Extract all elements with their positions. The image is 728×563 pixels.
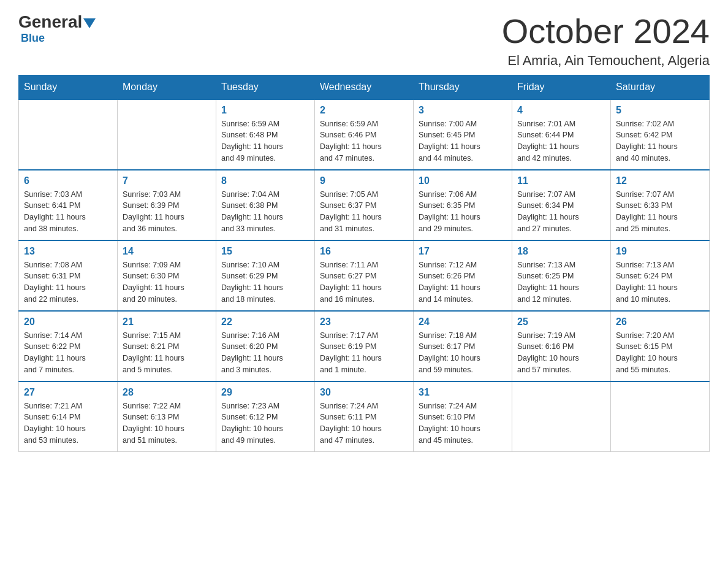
calendar-day-23: 23Sunrise: 7:17 AMSunset: 6:19 PMDayligh… <box>315 311 414 381</box>
day-number: 24 <box>419 316 507 327</box>
day-number: 13 <box>24 246 112 257</box>
calendar-day-2: 2Sunrise: 6:59 AMSunset: 6:46 PMDaylight… <box>315 99 414 170</box>
calendar-day-9: 9Sunrise: 7:05 AMSunset: 6:37 PMDaylight… <box>315 170 414 240</box>
calendar-day-7: 7Sunrise: 7:03 AMSunset: 6:39 PMDaylight… <box>118 170 216 240</box>
day-info: Sunrise: 7:16 AMSunset: 6:20 PMDaylight:… <box>221 330 309 376</box>
day-info: Sunrise: 7:22 AMSunset: 6:13 PMDaylight:… <box>123 400 211 446</box>
calendar-day-8: 8Sunrise: 7:04 AMSunset: 6:38 PMDaylight… <box>216 170 315 240</box>
calendar-day-empty <box>512 381 611 452</box>
logo-triangle-icon <box>83 18 96 28</box>
day-info: Sunrise: 7:24 AMSunset: 6:10 PMDaylight:… <box>419 400 507 446</box>
day-number: 5 <box>616 105 704 116</box>
calendar-day-26: 26Sunrise: 7:20 AMSunset: 6:15 PMDayligh… <box>611 311 710 381</box>
calendar-header-sunday: Sunday <box>19 75 118 99</box>
calendar-day-20: 20Sunrise: 7:14 AMSunset: 6:22 PMDayligh… <box>19 311 118 381</box>
calendar-header-friday: Friday <box>512 75 611 99</box>
day-info: Sunrise: 7:04 AMSunset: 6:38 PMDaylight:… <box>221 189 309 235</box>
day-number: 9 <box>320 175 408 186</box>
day-number: 7 <box>123 175 211 186</box>
day-info: Sunrise: 7:23 AMSunset: 6:12 PMDaylight:… <box>221 400 309 446</box>
calendar-header-tuesday: Tuesday <box>216 75 315 99</box>
calendar-day-5: 5Sunrise: 7:02 AMSunset: 6:42 PMDaylight… <box>611 99 710 170</box>
title-area: October 2024 El Amria, Ain Temouchent, A… <box>502 12 710 69</box>
day-number: 10 <box>419 175 507 186</box>
day-info: Sunrise: 6:59 AMSunset: 6:46 PMDaylight:… <box>320 118 408 164</box>
calendar-week-4: 20Sunrise: 7:14 AMSunset: 6:22 PMDayligh… <box>19 311 710 381</box>
day-number: 29 <box>221 387 309 398</box>
day-number: 12 <box>616 175 704 186</box>
calendar-day-6: 6Sunrise: 7:03 AMSunset: 6:41 PMDaylight… <box>19 170 118 240</box>
day-info: Sunrise: 7:12 AMSunset: 6:26 PMDaylight:… <box>419 259 507 305</box>
day-number: 23 <box>320 316 408 327</box>
calendar-day-3: 3Sunrise: 7:00 AMSunset: 6:45 PMDaylight… <box>414 99 512 170</box>
calendar-day-25: 25Sunrise: 7:19 AMSunset: 6:16 PMDayligh… <box>512 311 611 381</box>
day-info: Sunrise: 7:18 AMSunset: 6:17 PMDaylight:… <box>419 330 507 376</box>
day-number: 8 <box>221 175 309 186</box>
calendar-header-monday: Monday <box>118 75 216 99</box>
day-info: Sunrise: 7:10 AMSunset: 6:29 PMDaylight:… <box>221 259 309 305</box>
calendar-day-empty <box>611 381 710 452</box>
calendar-day-27: 27Sunrise: 7:21 AMSunset: 6:14 PMDayligh… <box>19 381 118 452</box>
day-info: Sunrise: 6:59 AMSunset: 6:48 PMDaylight:… <box>221 118 309 164</box>
logo-general-text: General <box>18 12 82 32</box>
day-info: Sunrise: 7:09 AMSunset: 6:30 PMDaylight:… <box>123 259 211 305</box>
calendar-day-31: 31Sunrise: 7:24 AMSunset: 6:10 PMDayligh… <box>414 381 512 452</box>
calendar-day-14: 14Sunrise: 7:09 AMSunset: 6:30 PMDayligh… <box>118 240 216 311</box>
calendar-day-28: 28Sunrise: 7:22 AMSunset: 6:13 PMDayligh… <box>118 381 216 452</box>
calendar-week-3: 13Sunrise: 7:08 AMSunset: 6:31 PMDayligh… <box>19 240 710 311</box>
day-info: Sunrise: 7:15 AMSunset: 6:21 PMDaylight:… <box>123 330 211 376</box>
day-number: 3 <box>419 105 507 116</box>
day-number: 26 <box>616 316 704 327</box>
day-number: 17 <box>419 246 507 257</box>
calendar-day-10: 10Sunrise: 7:06 AMSunset: 6:35 PMDayligh… <box>414 170 512 240</box>
day-info: Sunrise: 7:05 AMSunset: 6:37 PMDaylight:… <box>320 189 408 235</box>
calendar-day-17: 17Sunrise: 7:12 AMSunset: 6:26 PMDayligh… <box>414 240 512 311</box>
calendar-day-13: 13Sunrise: 7:08 AMSunset: 6:31 PMDayligh… <box>19 240 118 311</box>
day-number: 22 <box>221 316 309 327</box>
day-number: 21 <box>123 316 211 327</box>
day-number: 27 <box>24 387 112 398</box>
day-number: 16 <box>320 246 408 257</box>
day-number: 2 <box>320 105 408 116</box>
calendar-day-21: 21Sunrise: 7:15 AMSunset: 6:21 PMDayligh… <box>118 311 216 381</box>
calendar-day-24: 24Sunrise: 7:18 AMSunset: 6:17 PMDayligh… <box>414 311 512 381</box>
page-header: General Blue October 2024 El Amria, Ain … <box>18 12 710 69</box>
day-number: 20 <box>24 316 112 327</box>
day-number: 25 <box>517 316 605 327</box>
day-info: Sunrise: 7:24 AMSunset: 6:11 PMDaylight:… <box>320 400 408 446</box>
logo: General Blue <box>18 12 96 45</box>
day-info: Sunrise: 7:08 AMSunset: 6:31 PMDaylight:… <box>24 259 112 305</box>
day-number: 28 <box>123 387 211 398</box>
day-info: Sunrise: 7:07 AMSunset: 6:33 PMDaylight:… <box>616 189 704 235</box>
day-info: Sunrise: 7:17 AMSunset: 6:19 PMDaylight:… <box>320 330 408 376</box>
calendar-day-1: 1Sunrise: 6:59 AMSunset: 6:48 PMDaylight… <box>216 99 315 170</box>
calendar-header-row: SundayMondayTuesdayWednesdayThursdayFrid… <box>19 75 710 99</box>
day-info: Sunrise: 7:19 AMSunset: 6:16 PMDaylight:… <box>517 330 605 376</box>
day-number: 6 <box>24 175 112 186</box>
day-info: Sunrise: 7:03 AMSunset: 6:39 PMDaylight:… <box>123 189 211 235</box>
day-number: 15 <box>221 246 309 257</box>
calendar-day-30: 30Sunrise: 7:24 AMSunset: 6:11 PMDayligh… <box>315 381 414 452</box>
page-subtitle: El Amria, Ain Temouchent, Algeria <box>502 53 710 69</box>
calendar-week-1: 1Sunrise: 6:59 AMSunset: 6:48 PMDaylight… <box>19 99 710 170</box>
calendar-day-empty <box>118 99 216 170</box>
calendar-day-22: 22Sunrise: 7:16 AMSunset: 6:20 PMDayligh… <box>216 311 315 381</box>
calendar-day-19: 19Sunrise: 7:13 AMSunset: 6:24 PMDayligh… <box>611 240 710 311</box>
day-info: Sunrise: 7:11 AMSunset: 6:27 PMDaylight:… <box>320 259 408 305</box>
calendar-day-18: 18Sunrise: 7:13 AMSunset: 6:25 PMDayligh… <box>512 240 611 311</box>
day-info: Sunrise: 7:06 AMSunset: 6:35 PMDaylight:… <box>419 189 507 235</box>
page-title: October 2024 <box>502 12 710 50</box>
day-info: Sunrise: 7:01 AMSunset: 6:44 PMDaylight:… <box>517 118 605 164</box>
calendar-week-2: 6Sunrise: 7:03 AMSunset: 6:41 PMDaylight… <box>19 170 710 240</box>
day-number: 30 <box>320 387 408 398</box>
day-number: 11 <box>517 175 605 186</box>
calendar-day-11: 11Sunrise: 7:07 AMSunset: 6:34 PMDayligh… <box>512 170 611 240</box>
day-number: 4 <box>517 105 605 116</box>
day-info: Sunrise: 7:03 AMSunset: 6:41 PMDaylight:… <box>24 189 112 235</box>
calendar-day-empty <box>19 99 118 170</box>
calendar-header-thursday: Thursday <box>414 75 512 99</box>
day-info: Sunrise: 7:14 AMSunset: 6:22 PMDaylight:… <box>24 330 112 376</box>
calendar-day-4: 4Sunrise: 7:01 AMSunset: 6:44 PMDaylight… <box>512 99 611 170</box>
day-number: 19 <box>616 246 704 257</box>
calendar-header-saturday: Saturday <box>611 75 710 99</box>
